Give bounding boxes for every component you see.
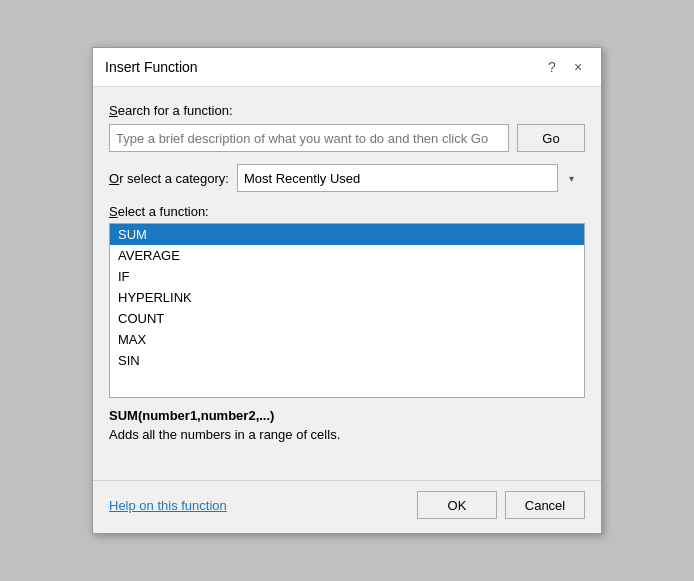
search-row: Go [109, 124, 585, 152]
ok-button[interactable]: OK [417, 491, 497, 519]
help-link[interactable]: Help on this function [109, 498, 227, 513]
help-title-button[interactable]: ? [541, 56, 563, 78]
category-label: Or select a category: [109, 171, 229, 186]
title-buttons: ? × [541, 56, 589, 78]
list-item[interactable]: MAX [110, 329, 584, 350]
function-list-label-text: Select a function: [109, 204, 209, 219]
list-item[interactable]: SIN [110, 350, 584, 371]
title-bar: Insert Function ? × [93, 48, 601, 87]
list-item[interactable]: AVERAGE [110, 245, 584, 266]
dialog-title: Insert Function [105, 59, 198, 75]
dialog-buttons: OK Cancel [417, 491, 585, 519]
function-description: Adds all the numbers in a range of cells… [109, 427, 585, 442]
insert-function-dialog: Insert Function ? × Search for a functio… [92, 47, 602, 534]
function-list-container: SUM AVERAGE IF HYPERLINK COUNT MAX SIN [109, 223, 585, 398]
list-item[interactable]: IF [110, 266, 584, 287]
function-list-label: Select a function: [109, 204, 585, 219]
search-label-text: Search for a function: [109, 103, 233, 118]
category-row: Or select a category: Most Recently Used… [109, 164, 585, 192]
category-select-wrapper: Most Recently Used All Financial Date & … [237, 164, 585, 192]
function-list[interactable]: SUM AVERAGE IF HYPERLINK COUNT MAX SIN [110, 224, 584, 397]
search-input[interactable] [109, 124, 509, 152]
function-desc: SUM(number1,number2,...) Adds all the nu… [109, 408, 585, 460]
list-item[interactable]: SUM [110, 224, 584, 245]
category-select[interactable]: Most Recently Used All Financial Date & … [237, 164, 585, 192]
dialog-content: Search for a function: Go Or select a ca… [93, 87, 601, 472]
search-label: Search for a function: [109, 103, 585, 118]
bottom-section: Help on this function OK Cancel [93, 480, 601, 533]
close-title-button[interactable]: × [567, 56, 589, 78]
function-signature: SUM(number1,number2,...) [109, 408, 585, 423]
go-button[interactable]: Go [517, 124, 585, 152]
cancel-button[interactable]: Cancel [505, 491, 585, 519]
list-item[interactable]: HYPERLINK [110, 287, 584, 308]
list-item[interactable]: COUNT [110, 308, 584, 329]
